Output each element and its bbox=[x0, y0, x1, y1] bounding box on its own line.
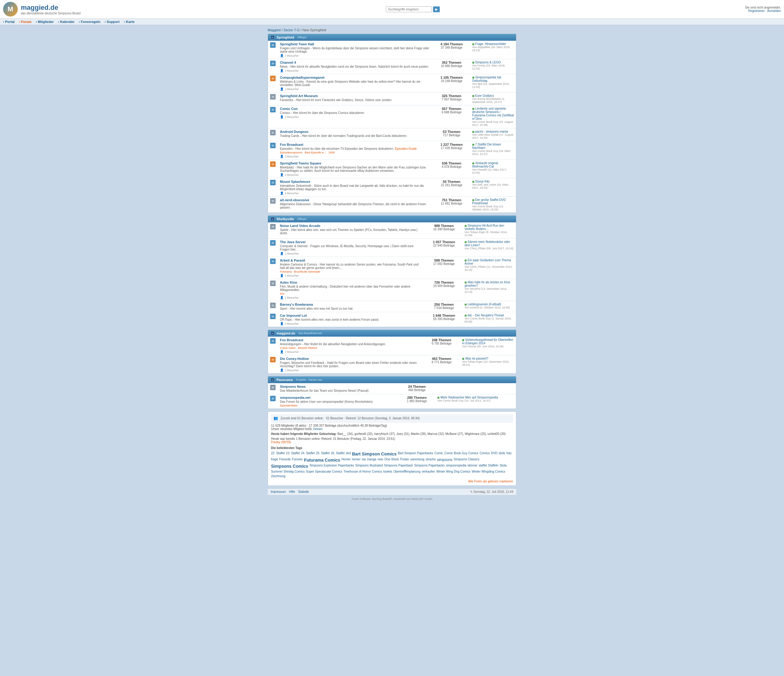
tag-link[interactable]: Simpsons Paperback bbox=[384, 464, 413, 469]
tag-link[interactable]: Treehouse of Horror Comics bbox=[343, 470, 382, 473]
sublink-best-episode[interactable]: Best Episode in... bbox=[305, 151, 326, 154]
category-toggle-panorama[interactable]: − bbox=[271, 378, 275, 382]
sublink-comic-salon[interactable]: Comic-Salon bbox=[280, 346, 296, 349]
tag-link[interactable]: Staffeln bbox=[488, 464, 499, 469]
nav-portal[interactable]: › Portal bbox=[3, 20, 15, 23]
breadcrumb-sector[interactable]: Sector 7-G bbox=[283, 28, 300, 32]
forum-link-aztec-kino[interactable]: Aztec Kino bbox=[280, 280, 297, 284]
tag-link[interactable]: dvd bbox=[346, 452, 351, 456]
newest-member-link[interactable]: heinen. bbox=[313, 427, 324, 431]
forum-link-java-server[interactable]: The Java Server bbox=[280, 240, 306, 244]
forum-link-channel4[interactable]: Channel 4 bbox=[280, 61, 296, 64]
forum-link-impound-lot[interactable]: Car Impound Lot bbox=[280, 314, 307, 317]
tag-link[interactable]: One-Shots bbox=[384, 458, 399, 463]
tag-link[interactable]: Simpsons Paperbacks bbox=[414, 464, 445, 469]
footer-hilfe[interactable]: Hilfe bbox=[289, 490, 295, 494]
tag-link[interactable]: Simpsons Explosion Paperbacks bbox=[309, 464, 354, 469]
breadcrumb-maggied[interactable]: Maggied bbox=[268, 28, 280, 32]
forum-link-towns-square[interactable]: Springfield Towns Square bbox=[280, 161, 321, 165]
nav-forum[interactable]: › Forum bbox=[19, 20, 31, 23]
nav-calendar[interactable]: › Kalender bbox=[58, 20, 75, 23]
tag-link[interactable]: 23. Staffel bbox=[286, 452, 300, 456]
tag-link[interactable]: stracho bbox=[426, 458, 436, 463]
tag-link[interactable]: isa bbox=[362, 458, 366, 463]
sublink-episodenletter[interactable]: Episodenletter bbox=[280, 404, 298, 407]
nav-members[interactable]: › Mitglieder bbox=[36, 20, 54, 23]
nav-rules[interactable]: › Forenregeln bbox=[79, 20, 100, 23]
tag-link[interactable]: Futurama Comics bbox=[304, 458, 340, 463]
forum-link-comic-con[interactable]: Comic Con bbox=[280, 107, 298, 111]
tag-link[interactable]: Poster bbox=[400, 458, 409, 463]
tag-link[interactable]: Simpsons Illustrated bbox=[355, 464, 383, 469]
sublink-klix[interactable]: Klix bbox=[280, 292, 285, 295]
tag-link[interactable]: DVD bbox=[491, 452, 497, 456]
forum-link-town-hall[interactable]: Springfield Town Hall bbox=[280, 42, 314, 46]
login-link[interactable]: Anmelden bbox=[767, 9, 781, 12]
tag-link[interactable]: frage bbox=[271, 458, 278, 463]
tag-link[interactable]: new bbox=[378, 458, 383, 463]
tag-link[interactable]: Super Spectacular Comics bbox=[306, 470, 342, 473]
tag-link[interactable]: foto bbox=[507, 452, 512, 456]
sublink-episodencapsums[interactable]: Episodencapsums bbox=[280, 151, 303, 154]
site-title[interactable]: maggied.de bbox=[21, 4, 81, 12]
nav-support[interactable]: › Support bbox=[105, 20, 120, 23]
forum-link-simpsons-news[interactable]: Simpsons News bbox=[280, 385, 306, 388]
mark-all-link[interactable]: Alle Foren als gelesen markieren bbox=[468, 480, 513, 483]
tag-link[interactable]: 22. Staffel bbox=[271, 452, 285, 456]
tag-link[interactable]: Winter Wing Dog Comics bbox=[436, 470, 471, 473]
tag-link[interactable]: Homer bbox=[341, 458, 351, 463]
search-input[interactable] bbox=[386, 6, 432, 12]
sublink-futurama[interactable]: Futurama bbox=[280, 270, 292, 273]
tag-link[interactable]: manga bbox=[367, 458, 376, 463]
search-button[interactable]: ▶ bbox=[433, 6, 440, 12]
forum-link-compuglob[interactable]: Compuglobalhypermeganet bbox=[280, 76, 324, 79]
tag-link[interactable]: Zeichnung bbox=[271, 475, 285, 478]
tag-link[interactable]: Comic bbox=[435, 452, 443, 456]
tag-link[interactable]: 25. Staffel bbox=[316, 452, 330, 456]
tag-link[interactable]: verkaufen bbox=[422, 470, 435, 473]
forum-link-art-museum[interactable]: Springfield Art Museum bbox=[280, 94, 318, 98]
footer-statistik[interactable]: Statistik bbox=[298, 490, 309, 494]
forum-link-noise-land[interactable]: Noise Land Video Arcade bbox=[280, 224, 320, 227]
forum-link-fox-broadcast[interactable]: Fox Broadcast bbox=[280, 143, 303, 146]
tag-link[interactable]: simpsonspedia bbox=[446, 464, 467, 469]
tag-link[interactable]: simpsons bbox=[437, 458, 453, 463]
tag-link[interactable]: Bart Simpson Comics bbox=[352, 452, 396, 456]
footer-impressum[interactable]: Impressum bbox=[271, 490, 286, 494]
tag-link[interactable]: dvds bbox=[499, 452, 505, 456]
mark-all-read[interactable]: Alle Foren als gelesen markieren bbox=[271, 480, 513, 483]
tag-link[interactable]: Funnies bbox=[292, 458, 303, 463]
category-toggle-shelbyville[interactable]: − bbox=[271, 217, 275, 221]
tag-link[interactable]: 26. Staffel bbox=[331, 452, 345, 456]
episodenguide-link[interactable]: Episoden-Guide bbox=[395, 147, 417, 150]
tag-link[interactable]: homer bbox=[352, 458, 361, 463]
tag-link[interactable]: Simpsons Comics bbox=[271, 464, 308, 469]
forum-link-mount-splashmore[interactable]: Mount Splashmore bbox=[280, 180, 310, 184]
forum-link-bowlarama[interactable]: Barney's Bowlarama bbox=[280, 303, 313, 306]
tag-link[interactable]: Comics bbox=[479, 452, 490, 456]
tag-link[interactable]: Bart Simpson Paperbacks bbox=[398, 452, 433, 456]
tag-link[interactable]: Stola bbox=[499, 464, 507, 469]
forum-link-coney-hotline[interactable]: Die Coney-Hotline bbox=[280, 357, 309, 360]
forum-link-arbeit-parasit[interactable]: Arbeit & Parasit bbox=[280, 259, 305, 262]
today-user-link[interactable]: Freeky (08:59) bbox=[271, 441, 291, 444]
sublink-bereich-relisen[interactable]: Bereich Relisen bbox=[298, 346, 317, 349]
category-toggle-springfield[interactable]: − bbox=[271, 35, 275, 39]
category-toggle-maggied[interactable]: − bbox=[271, 331, 275, 335]
tag-link[interactable]: Simpsons Classics bbox=[454, 458, 479, 463]
tag-link[interactable]: Übertrefffenplanung bbox=[394, 470, 420, 473]
forum-link-announcements[interactable]: Fox Broadcast bbox=[280, 338, 303, 342]
tag-link[interactable]: Freunde bbox=[279, 458, 291, 463]
tag-link[interactable]: toolets bbox=[383, 470, 392, 473]
tag-link[interactable]: staffel bbox=[479, 464, 487, 469]
sublink-bruchbude[interactable]: Bruchbude Serenade bbox=[294, 270, 320, 273]
tag-link[interactable]: Winter Wingding Comics bbox=[471, 470, 505, 473]
sublink-2009[interactable]: 2009 bbox=[328, 151, 335, 154]
forum-link-android-dungeon[interactable]: Android Dungeon bbox=[280, 130, 308, 134]
tag-link[interactable]: Comic Book Guy Comics bbox=[444, 452, 478, 456]
forum-link-alt-nerd[interactable]: alt.nerd.obsessive bbox=[280, 198, 309, 202]
register-link[interactable]: Registrieren bbox=[748, 9, 765, 12]
forum-link-simpsonspedia[interactable]: simpsonspedia.net bbox=[280, 396, 311, 399]
nav-map[interactable]: › Karte bbox=[124, 20, 135, 23]
tag-link[interactable]: Summer Shindig Comics bbox=[271, 470, 305, 473]
